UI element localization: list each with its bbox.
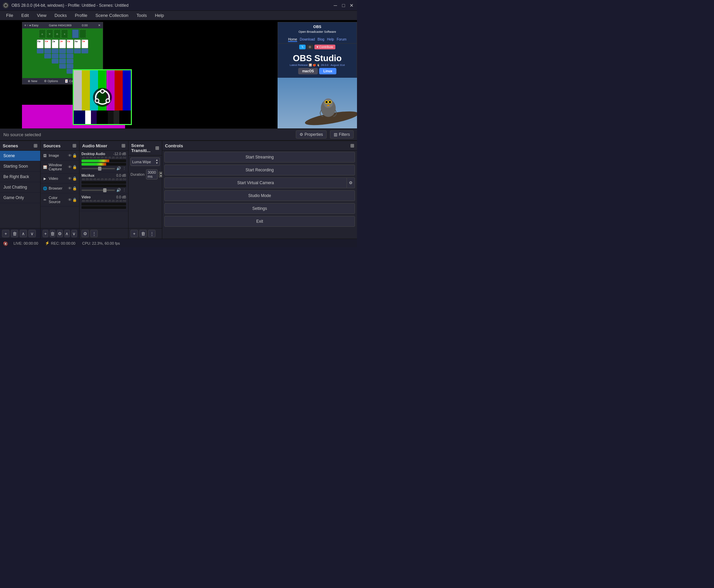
desktop-audio-fader[interactable] — [81, 168, 115, 169]
rec-label: REC: 00:00:00 — [51, 241, 75, 245]
image-visibility-icon[interactable]: 👁 — [68, 153, 72, 158]
browser-lock-icon[interactable]: 🔒 — [72, 186, 77, 191]
scenes-panel: Scenes ⊞ Scene Starting Soon Be Right Ba… — [0, 141, 41, 238]
properties-button[interactable]: ⚙ Properties — [296, 130, 327, 139]
nav-help[interactable]: Help — [327, 38, 334, 42]
desktop-audio-meter-2 — [81, 163, 126, 166]
video-lock-icon[interactable]: 🔒 — [72, 176, 77, 181]
move-source-up-button[interactable]: ∧ — [64, 230, 70, 237]
desktop-audio-mute-btn[interactable]: 🔊 — [116, 166, 121, 171]
scene-item-starting-soon[interactable]: Starting Soon — [0, 161, 40, 172]
nav-forum[interactable]: Forum — [337, 38, 347, 42]
sources-expand-icon[interactable]: ⊞ — [72, 143, 76, 148]
scene-item-scene[interactable]: Scene — [0, 151, 40, 161]
scene-item-game-only[interactable]: Game Only — [0, 193, 40, 203]
source-item-browser[interactable]: 🌐 Browser 👁 🔒 — [41, 184, 79, 193]
source-item-window-capture[interactable]: 🪟 Window Capture 👁 🔒 — [41, 161, 79, 174]
macos-download-btn[interactable]: macOS — [298, 68, 318, 74]
color-lock-icon[interactable]: 🔒 — [72, 198, 77, 202]
audio-settings-btn[interactable]: ⚙ — [81, 230, 89, 237]
title-bar-controls[interactable]: ─ □ ✕ — [333, 3, 354, 8]
mute-indicator: 🔇 — [3, 241, 7, 245]
source-item-image[interactable]: 🖼 Image 👁 🔒 — [41, 151, 79, 161]
audio-mixer-expand-icon[interactable]: ⊞ — [121, 143, 125, 148]
start-streaming-button[interactable]: Start Streaming — [164, 152, 355, 163]
solitaire-new-btn[interactable]: ⊕ New — [28, 79, 38, 83]
filters-button[interactable]: ▥ Filters — [330, 130, 354, 139]
maximize-button[interactable]: □ — [341, 3, 346, 8]
scene-item-be-right-back[interactable]: Be Right Back — [0, 172, 40, 182]
twitter-badge[interactable]: 𝕏 — [299, 45, 306, 49]
menu-scene-collection[interactable]: Scene Collection — [92, 12, 132, 19]
remove-source-button[interactable]: 🗑 — [50, 230, 56, 237]
image-lock-icon[interactable]: 🔒 — [72, 153, 77, 158]
audio-mixer-header: Audio Mixer ⊞ — [79, 141, 128, 151]
move-scene-up-button[interactable]: ∧ — [20, 230, 27, 237]
controls-expand-icon[interactable]: ⊞ — [350, 143, 354, 148]
source-browser-label: Browser — [49, 186, 62, 190]
title-bar-text: OBS 28.0.0 (64-bit, windows) - Profile: … — [12, 3, 333, 8]
minimize-button[interactable]: ─ — [333, 3, 338, 8]
github-badge[interactable]: ⊙ — [307, 45, 313, 49]
nav-download[interactable]: Download — [300, 38, 315, 42]
move-source-down-button[interactable]: ∨ — [72, 230, 77, 237]
source-item-video[interactable]: ▶ Video 👁 🔒 — [41, 174, 79, 184]
browser-visibility-icon[interactable]: 👁 — [68, 186, 72, 191]
scene-list: Scene Starting Soon Be Right Back Just C… — [0, 151, 40, 228]
settings-button[interactable]: Settings — [164, 203, 355, 214]
transition-menu-btn[interactable]: ⋮ — [148, 230, 156, 237]
menu-tools[interactable]: Tools — [133, 12, 150, 19]
menu-file[interactable]: File — [3, 12, 17, 19]
start-virtual-camera-button[interactable]: Start Virtual Camera — [164, 177, 347, 188]
menu-edit[interactable]: Edit — [18, 12, 32, 19]
add-scene-button[interactable]: + — [2, 230, 9, 237]
virtual-camera-settings-btn[interactable]: ⚙ — [347, 177, 355, 188]
desktop-audio-menu-btn[interactable]: ⋮ — [122, 166, 126, 171]
menu-help[interactable]: Help — [151, 12, 167, 19]
studio-mode-button[interactable]: Studio Mode — [164, 190, 355, 201]
menu-view[interactable]: View — [34, 12, 50, 19]
source-settings-button[interactable]: ⚙ — [57, 230, 63, 237]
nav-blog[interactable]: Blog — [318, 38, 324, 42]
nav-home[interactable]: Home — [288, 38, 297, 42]
exit-button[interactable]: Exit — [164, 216, 355, 227]
transition-type-select[interactable]: Luma Wipe ▲ ▼ — [130, 158, 160, 166]
transitions-expand-icon[interactable]: ⊞ — [155, 145, 159, 151]
audio-menu-btn[interactable]: ⋮ — [90, 230, 98, 237]
desktop-audio-label: Desktop Audio — [81, 152, 105, 156]
rec-status: ⚡ REC: 00:00:00 — [45, 241, 75, 245]
add-source-button[interactable]: + — [43, 230, 48, 237]
transitions-title: Scene Transiti... — [131, 143, 155, 153]
video-visibility-icon[interactable]: 👁 — [68, 176, 72, 181]
duration-value[interactable]: 3000 ms — [146, 169, 158, 180]
move-scene-down-button[interactable]: ∨ — [28, 230, 36, 237]
obs-website-nav[interactable]: Home Download Blog Help Forum — [278, 36, 357, 44]
close-button[interactable]: ✕ — [349, 3, 354, 8]
scenes-expand-icon[interactable]: ⊞ — [34, 143, 38, 148]
solitaire-options-btn[interactable]: ⚙ Options — [44, 79, 58, 83]
title-bar: OBS 28.0.0 (64-bit, windows) - Profile: … — [0, 0, 357, 11]
mic-aux-menu-btn[interactable]: ⋮ — [122, 188, 126, 192]
remove-scene-button[interactable]: 🗑 — [11, 230, 18, 237]
scene-transitions-panel: Scene Transiti... ⊞ Luma Wipe ▲ ▼ Durati… — [128, 141, 162, 238]
color-visibility-icon[interactable]: 👁 — [68, 198, 72, 202]
linux-download-btn[interactable]: Linux — [319, 68, 336, 74]
source-item-color-source[interactable]: ✏ Color Source 👁 🔒 — [41, 193, 79, 207]
menu-profile[interactable]: Profile — [72, 12, 90, 19]
controls-title: Controls — [165, 143, 183, 148]
download-buttons[interactable]: macOS Linux — [281, 68, 354, 74]
mic-aux-mute-btn[interactable]: 🔊 — [116, 188, 121, 192]
add-transition-btn[interactable]: + — [130, 230, 138, 237]
remove-transition-btn[interactable]: 🗑 — [139, 230, 147, 237]
contribute-badge[interactable]: ♥ Contribute — [314, 45, 335, 49]
window-lock-icon[interactable]: 🔒 — [72, 165, 77, 169]
sources-list: 🖼 Image 👁 🔒 🪟 Window Capture 👁 🔒 ▶ Video — [41, 151, 79, 228]
scene-item-just-chatting[interactable]: Just Chatting — [0, 182, 40, 193]
window-visibility-icon[interactable]: 👁 — [68, 165, 72, 169]
sources-toolbar: + 🗑 ⚙ ∧ ∨ — [41, 228, 79, 238]
menu-docks[interactable]: Docks — [51, 12, 70, 19]
window-capture-icon: 🪟 — [43, 165, 47, 169]
solitaire-close-icon[interactable]: ✕ — [98, 24, 101, 27]
start-recording-button[interactable]: Start Recording — [164, 165, 355, 175]
mic-aux-fader[interactable] — [81, 190, 115, 191]
